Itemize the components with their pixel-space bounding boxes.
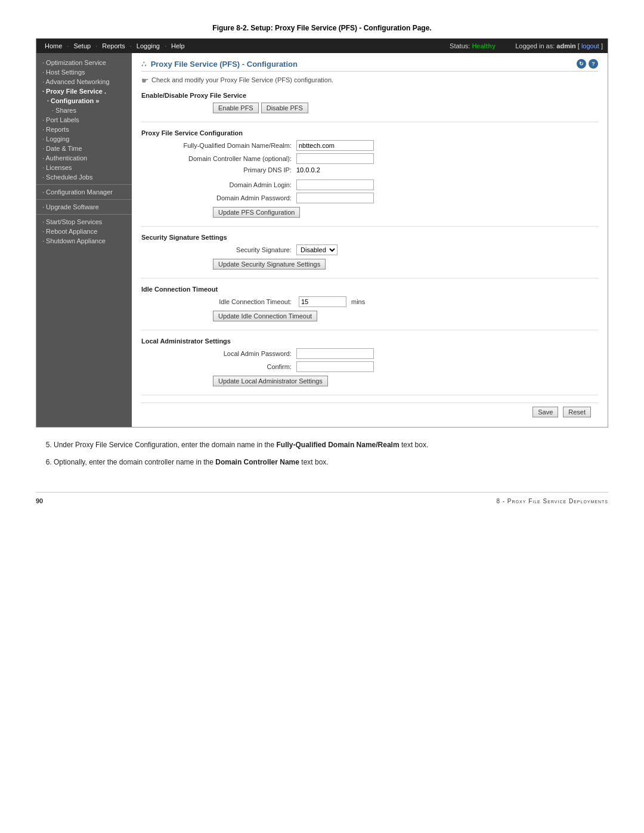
domain-controller-label: Domain Controller Name (optional): — [177, 155, 296, 162]
fqdn-input[interactable] — [296, 140, 374, 151]
admin-password-row: Domain Admin Password: — [141, 193, 598, 203]
sidebar-item-optimization[interactable]: · Optimization Service — [36, 58, 132, 67]
idle-timeout-label: Idle Connection Timeout: — [177, 298, 296, 305]
nav-status: Status: Healthy Logged in as: admin [ lo… — [450, 42, 603, 49]
security-signature-select[interactable]: Disabled Enabled — [296, 244, 338, 255]
nav-help[interactable]: Help — [168, 41, 188, 51]
title-icons: ↻ ? — [577, 59, 598, 69]
admin-login-input[interactable] — [296, 179, 374, 190]
fqdn-row: Fully-Qualified Domain Name/Realm: — [141, 140, 598, 151]
reset-button[interactable]: Reset — [563, 407, 591, 417]
nav-logging[interactable]: Logging — [133, 41, 163, 51]
sidebar-item-authentication[interactable]: · Authentication — [36, 153, 132, 163]
sidebar: · Optimization Service · Host Settings ·… — [36, 53, 132, 427]
refresh-icon[interactable]: ↻ — [577, 59, 586, 69]
admin-password-input[interactable] — [296, 193, 374, 203]
info-icon: ☛ — [141, 76, 149, 85]
instructions: Under Proxy File Service Configuration, … — [36, 439, 608, 468]
enable-pfs-button[interactable]: Enable PFS — [213, 103, 259, 113]
nav-setup[interactable]: Setup — [70, 41, 94, 51]
logout-link[interactable]: logout — [581, 42, 599, 49]
instruction-item-6: Optionally, enter the domain controller … — [54, 457, 608, 468]
page-footer: 90 8 - Proxy File Service Deployments — [36, 492, 608, 504]
sidebar-item-start-stop[interactable]: · Start/Stop Services — [36, 217, 132, 227]
pfs-config-title: Proxy File Service Configuration — [141, 129, 598, 137]
local-admin-password-row: Local Admin Password: — [141, 348, 598, 359]
update-local-admin-button[interactable]: Update Local Administrator Settings — [213, 376, 328, 386]
nav-home[interactable]: Home — [41, 41, 66, 51]
security-signature-label: Security Signature: — [177, 246, 296, 253]
confirm-password-label: Confirm: — [177, 363, 296, 370]
pfs-config-section: Proxy File Service Configuration Fully-Q… — [141, 129, 598, 227]
save-button[interactable]: Save — [532, 407, 558, 417]
dns-ip-label: Primary DNS IP: — [177, 166, 296, 174]
status-value: Healthy — [472, 42, 496, 49]
local-admin-password-input[interactable] — [296, 348, 374, 359]
idle-timeout-btn-row: Update Idle Connection Timeout — [141, 311, 598, 321]
help-icon[interactable]: ? — [589, 59, 598, 69]
footer-page-number: 90 — [36, 497, 43, 504]
bottom-buttons: Save Reset — [141, 402, 598, 421]
sidebar-item-reports[interactable]: · Reports — [36, 125, 132, 134]
admin-password-label: Domain Admin Password: — [177, 194, 296, 202]
instruction-item-5: Under Proxy File Service Configuration, … — [54, 439, 608, 451]
sidebar-item-date-time[interactable]: · Date & Time — [36, 144, 132, 153]
fqdn-label: Fully-Qualified Domain Name/Realm: — [177, 142, 296, 149]
local-admin-title: Local Administrator Settings — [141, 337, 598, 345]
sidebar-item-licenses[interactable]: · Licenses — [36, 163, 132, 172]
sidebar-item-configuration[interactable]: · Configuration » — [36, 96, 132, 106]
dns-ip-row: Primary DNS IP: 10.0.0.2 — [141, 166, 598, 174]
figure-caption: Figure 8-2. Setup: Proxy File Service (P… — [36, 24, 608, 32]
sidebar-item-shutdown[interactable]: · Shutdown Appliance — [36, 236, 132, 246]
enable-disable-section: Enable/Disable Proxy File Service Enable… — [141, 92, 598, 122]
idle-timeout-input[interactable] — [299, 296, 346, 307]
description: ☛ Check and modify your Proxy File Servi… — [141, 76, 598, 85]
security-sig-btn-row: Update Security Signature Settings — [141, 259, 598, 270]
enable-disable-btn-row: Enable PFS Disable PFS — [141, 103, 598, 113]
main-area: · Optimization Service · Host Settings ·… — [36, 53, 608, 427]
browser-frame: Home · Setup · Reports · Logging · Help … — [36, 38, 608, 428]
footer-chapter: 8 - Proxy File Service Deployments — [496, 498, 608, 504]
sidebar-item-upgrade-software[interactable]: · Upgrade Software — [36, 202, 132, 212]
domain-controller-row: Domain Controller Name (optional): — [141, 153, 598, 164]
status-label: Status: — [450, 42, 470, 49]
disable-pfs-button[interactable]: Disable PFS — [261, 103, 308, 113]
nav-bar: Home · Setup · Reports · Logging · Help … — [36, 39, 608, 53]
admin-login-label: Domain Admin Login: — [177, 181, 296, 188]
update-idle-timeout-button[interactable]: Update Idle Connection Timeout — [213, 311, 317, 321]
sidebar-item-reboot[interactable]: · Reboot Appliance — [36, 227, 132, 236]
local-admin-password-label: Local Admin Password: — [177, 350, 296, 357]
dns-ip-value: 10.0.0.2 — [296, 166, 320, 174]
security-signature-section: Security Signature Settings Security Sig… — [141, 234, 598, 278]
content-area: ∴ Proxy File Service (PFS) - Configurati… — [132, 53, 608, 427]
security-signature-title: Security Signature Settings — [141, 234, 598, 241]
sidebar-item-advanced-networking[interactable]: · Advanced Networking — [36, 77, 132, 86]
idle-timeout-row: Idle Connection Timeout: mins — [141, 296, 598, 307]
idle-timeout-title: Idle Connection Timeout — [141, 286, 598, 293]
page-title-bar: ∴ Proxy File Service (PFS) - Configurati… — [141, 59, 598, 72]
sidebar-item-port-labels[interactable]: · Port Labels — [36, 115, 132, 125]
sidebar-item-logging[interactable]: · Logging — [36, 134, 132, 144]
nav-left: Home · Setup · Reports · Logging · Help — [41, 41, 188, 51]
domain-controller-input[interactable] — [296, 153, 374, 164]
update-pfs-button[interactable]: Update PFS Configuration — [213, 207, 300, 218]
confirm-password-input[interactable] — [296, 361, 374, 372]
update-security-sig-button[interactable]: Update Security Signature Settings — [213, 259, 326, 270]
nav-reports[interactable]: Reports — [98, 41, 129, 51]
idle-timeout-section: Idle Connection Timeout Idle Connection … — [141, 286, 598, 330]
sidebar-item-config-manager[interactable]: · Configuration Manager — [36, 187, 132, 197]
admin-login-row: Domain Admin Login: — [141, 179, 598, 190]
pfs-config-btn-row: Update PFS Configuration — [141, 207, 598, 218]
sidebar-item-scheduled-jobs[interactable]: · Scheduled Jobs — [36, 172, 132, 182]
sidebar-item-proxy-file-service[interactable]: · Proxy File Service . — [36, 86, 132, 96]
logged-in-text: Logged in as: admin [ logout ] — [515, 42, 603, 49]
page-title: ∴ Proxy File Service (PFS) - Configurati… — [141, 60, 298, 69]
confirm-password-row: Confirm: — [141, 361, 598, 372]
local-admin-btn-row: Update Local Administrator Settings — [141, 376, 598, 386]
sidebar-item-host-settings[interactable]: · Host Settings — [36, 67, 132, 77]
enable-disable-title: Enable/Disable Proxy File Service — [141, 92, 598, 99]
idle-timeout-unit: mins — [351, 298, 365, 305]
security-signature-row: Security Signature: Disabled Enabled — [141, 244, 598, 255]
sidebar-item-shares[interactable]: · Shares — [36, 106, 132, 115]
local-admin-section: Local Administrator Settings Local Admin… — [141, 337, 598, 395]
